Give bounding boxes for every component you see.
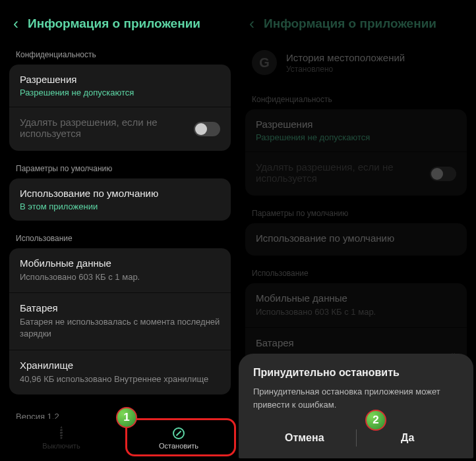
dotted-circle-icon bbox=[60, 427, 63, 439]
app-icon: G bbox=[252, 50, 277, 75]
force-stop-dialog: Принудительно остановить Принудительная … bbox=[239, 354, 473, 458]
dialog-title: Принудительно остановить bbox=[253, 367, 459, 379]
dialog-actions: Отмена Да bbox=[253, 423, 459, 453]
section-defaults-label: Параметры по умолчанию bbox=[3, 156, 237, 178]
back-icon[interactable]: ‹ bbox=[13, 14, 18, 33]
step-badge-1: 1 bbox=[116, 407, 137, 428]
card-privacy: Разрешения Разрешения не допускаются Уда… bbox=[245, 109, 467, 196]
step-badge-2: 2 bbox=[365, 410, 386, 431]
default-usage-row[interactable]: Использование по умолчанию В этом прилож… bbox=[9, 178, 231, 221]
toggle-switch bbox=[430, 167, 456, 181]
force-stop-button[interactable]: Остановить bbox=[120, 419, 237, 458]
auto-remove-permissions-row: Удалять разрешения, если не используется bbox=[245, 151, 467, 196]
section-privacy-label: Конфиденциальность bbox=[239, 87, 473, 109]
storage-row[interactable]: Хранилище 40,96 КБ использовано Внутренн… bbox=[9, 350, 231, 394]
stop-icon bbox=[173, 427, 185, 439]
app-status: Установлено bbox=[286, 65, 405, 74]
screen-1: ‹ Информация о приложении Конфиденциальн… bbox=[3, 3, 237, 458]
section-defaults-label: Параметры по умолчанию bbox=[239, 201, 473, 223]
screen-2: ‹ Информация о приложении G История мест… bbox=[239, 3, 473, 458]
dimmed-backdrop: ‹ Информация о приложении G История мест… bbox=[239, 3, 473, 385]
card-usage: Мобильные данные Использовано 603 КБ с 1… bbox=[9, 248, 231, 394]
disable-button: Выключить bbox=[3, 419, 120, 458]
header: ‹ Информация о приложении bbox=[239, 3, 473, 42]
app-row: G История местоположений Установлено bbox=[239, 42, 473, 87]
permissions-row: Разрешения Разрешения не допускаются bbox=[245, 109, 467, 151]
page-title: Информация о приложении bbox=[28, 16, 200, 31]
section-privacy-label: Конфиденциальность bbox=[3, 42, 237, 65]
mobile-data-row[interactable]: Мобильные данные Использовано 603 КБ с 1… bbox=[9, 248, 231, 292]
toggle-switch[interactable] bbox=[194, 122, 220, 136]
page-title: Информация о приложении bbox=[264, 16, 436, 31]
battery-row[interactable]: Батарея Батарея не использовалась с моме… bbox=[9, 292, 231, 349]
auto-remove-permissions-row[interactable]: Удалять разрешения, если не используется bbox=[9, 107, 231, 151]
dialog-text: Принудительная остановка приложения може… bbox=[253, 385, 459, 411]
header: ‹ Информация о приложении bbox=[3, 3, 237, 42]
section-usage-label: Использование bbox=[3, 226, 237, 248]
permissions-row[interactable]: Разрешения Разрешения не допускаются bbox=[9, 65, 231, 107]
cancel-button[interactable]: Отмена bbox=[253, 423, 356, 453]
card-privacy: Разрешения Разрешения не допускаются Уда… bbox=[9, 65, 231, 151]
default-usage-row: Использование по умолчанию bbox=[245, 223, 467, 256]
card-defaults: Использование по умолчанию В этом прилож… bbox=[9, 178, 231, 221]
card-defaults: Использование по умолчанию bbox=[245, 223, 467, 256]
mobile-data-row: Мобильные данные Использовано 603 КБ с 1… bbox=[245, 283, 467, 327]
back-icon: ‹ bbox=[249, 14, 254, 33]
section-usage-label: Использование bbox=[239, 261, 473, 283]
app-name: История местоположений bbox=[286, 52, 405, 63]
